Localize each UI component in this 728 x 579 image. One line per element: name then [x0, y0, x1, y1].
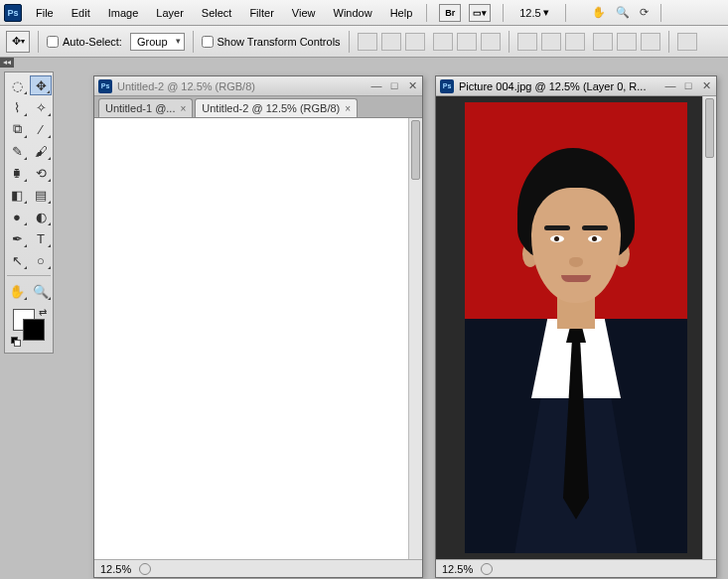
divider: [565, 4, 566, 22]
status-bar: 12.5%: [436, 559, 716, 577]
menu-select[interactable]: Select: [194, 3, 240, 23]
eyedropper-tool[interactable]: ∕: [30, 119, 52, 139]
canvas-area[interactable]: [436, 96, 716, 559]
divider: [426, 4, 427, 22]
marquee-tool[interactable]: ◌: [6, 75, 28, 95]
show-transform-input[interactable]: [202, 36, 214, 48]
distribute-hcenter-icon[interactable]: [617, 33, 637, 51]
swap-colors-icon[interactable]: ⇄: [39, 307, 47, 318]
distribute-left-icon[interactable]: [593, 33, 613, 51]
rotate-indicator-icon[interactable]: [481, 563, 493, 575]
menu-file[interactable]: File: [28, 3, 62, 23]
clone-stamp-tool[interactable]: ⧯: [6, 163, 28, 183]
pen-tool[interactable]: ✒: [6, 228, 28, 248]
hand-icon[interactable]: ✋: [592, 6, 606, 19]
maximize-button[interactable]: □: [388, 79, 400, 92]
blur-tool[interactable]: ●: [6, 207, 28, 226]
document-window-picture[interactable]: Ps Picture 004.jpg @ 12.5% (Layer 0, R..…: [435, 75, 717, 578]
close-button[interactable]: ✕: [406, 79, 418, 92]
brush-tool[interactable]: 🖌: [30, 141, 52, 161]
hand-tool[interactable]: ✋: [6, 281, 28, 301]
background-color[interactable]: [23, 319, 45, 341]
zoom-icon[interactable]: 🔍: [616, 6, 630, 19]
menu-layer[interactable]: Layer: [148, 3, 192, 23]
auto-align-icon[interactable]: [677, 33, 697, 51]
status-zoom[interactable]: 12.5%: [100, 563, 131, 575]
app-logo[interactable]: Ps: [4, 4, 22, 22]
healing-brush-tool[interactable]: ✎: [6, 141, 28, 161]
align-vcenter-icon[interactable]: [381, 33, 401, 51]
auto-select-input[interactable]: [47, 36, 59, 48]
tab-untitled-1[interactable]: Untitled-1 @... ×: [98, 98, 193, 117]
rotate-view-icon[interactable]: ⟳: [640, 6, 649, 19]
rotate-indicator-icon[interactable]: [139, 563, 151, 575]
dodge-tool[interactable]: ◐: [30, 207, 52, 226]
scrollbar-thumb[interactable]: [705, 98, 714, 158]
type-tool[interactable]: T: [30, 228, 52, 248]
shape-tool[interactable]: ○: [30, 250, 52, 270]
menu-image[interactable]: Image: [100, 3, 147, 23]
tab-label: Untitled-1 @...: [105, 102, 175, 114]
maximize-button[interactable]: □: [682, 79, 694, 92]
show-transform-label: Show Transform Controls: [218, 36, 341, 48]
divider: [193, 31, 194, 53]
divider: [509, 31, 510, 53]
bridge-button[interactable]: Br: [439, 4, 461, 22]
window-title: Picture 004.jpg @ 12.5% (Layer 0, R...: [459, 80, 659, 92]
menu-view[interactable]: View: [284, 3, 324, 23]
active-tool-indicator[interactable]: ✥▾: [6, 31, 30, 53]
default-colors-icon[interactable]: [11, 337, 21, 347]
distribute-vcenter-icon[interactable]: [541, 33, 561, 51]
menu-edit[interactable]: Edit: [64, 3, 98, 23]
history-brush-tool[interactable]: ⟲: [30, 163, 52, 183]
align-right-icon[interactable]: [481, 33, 501, 51]
panel-collapse-handle[interactable]: ◂◂: [0, 58, 14, 68]
align-hcenter-icon[interactable]: [457, 33, 477, 51]
canvas-area[interactable]: [94, 118, 422, 559]
screen-mode-button[interactable]: ▭▾: [469, 4, 491, 22]
magic-wand-tool[interactable]: ✧: [30, 97, 52, 117]
auto-align-group: [677, 33, 697, 51]
menu-help[interactable]: Help: [382, 3, 421, 23]
titlebar[interactable]: Ps Untitled-2 @ 12.5% (RGB/8) — □ ✕: [94, 76, 422, 96]
tools-palette[interactable]: ◌✥⌇✧⧉∕✎🖌⧯⟲◧▤●◐✒T↖○✋🔍 ⇄: [4, 72, 54, 354]
align-group-1: [358, 33, 425, 51]
close-button[interactable]: ✕: [700, 79, 712, 92]
align-bottom-icon[interactable]: [405, 33, 425, 51]
show-transform-checkbox[interactable]: Show Transform Controls: [202, 36, 341, 48]
canvas-viewport: [436, 96, 716, 559]
divider: [668, 31, 669, 53]
path-selection-tool[interactable]: ↖: [6, 250, 28, 270]
vertical-scrollbar[interactable]: [408, 118, 422, 559]
minimize-button[interactable]: —: [370, 79, 382, 92]
image-content: [465, 102, 687, 553]
status-zoom[interactable]: 12.5%: [442, 563, 473, 575]
window-title: Untitled-2 @ 12.5% (RGB/8): [117, 80, 365, 92]
zoom-value: 12.5: [519, 7, 540, 19]
gradient-tool[interactable]: ▤: [30, 185, 52, 205]
menu-window[interactable]: Window: [326, 3, 380, 23]
tab-untitled-2[interactable]: Untitled-2 @ 12.5% (RGB/8) ×: [195, 98, 358, 117]
zoom-level[interactable]: 12.5 ▾: [515, 6, 552, 19]
auto-select-checkbox[interactable]: Auto-Select:: [47, 36, 122, 48]
close-icon[interactable]: ×: [180, 103, 186, 114]
titlebar[interactable]: Ps Picture 004.jpg @ 12.5% (Layer 0, R..…: [436, 76, 716, 96]
menu-filter[interactable]: Filter: [241, 3, 281, 23]
document-window-untitled[interactable]: Ps Untitled-2 @ 12.5% (RGB/8) — □ ✕ Unti…: [93, 75, 423, 578]
auto-select-dropdown[interactable]: Group: [130, 33, 185, 51]
distribute-top-icon[interactable]: [517, 33, 537, 51]
crop-tool[interactable]: ⧉: [6, 119, 28, 139]
align-left-icon[interactable]: [433, 33, 453, 51]
vertical-scrollbar[interactable]: [702, 96, 716, 559]
distribute-group-1: [517, 33, 585, 51]
distribute-right-icon[interactable]: [641, 33, 660, 51]
scrollbar-thumb[interactable]: [411, 120, 420, 180]
align-top-icon[interactable]: [358, 33, 377, 51]
distribute-bottom-icon[interactable]: [565, 33, 585, 51]
minimize-button[interactable]: —: [664, 79, 676, 92]
close-icon[interactable]: ×: [345, 103, 351, 114]
lasso-tool[interactable]: ⌇: [6, 97, 28, 117]
eraser-tool[interactable]: ◧: [6, 185, 28, 205]
move-tool[interactable]: ✥: [30, 75, 52, 95]
zoom-tool[interactable]: 🔍: [30, 281, 52, 301]
